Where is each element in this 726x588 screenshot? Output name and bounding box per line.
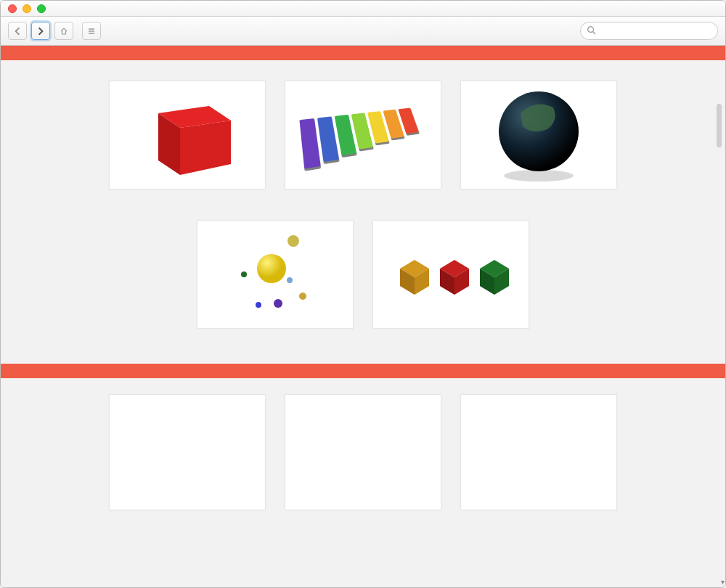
thumb-area-chart[interactable] [460, 394, 617, 510]
thumb-audio-spectrum[interactable] [285, 394, 441, 510]
home-button[interactable] [54, 22, 73, 40]
svg-point-7 [287, 235, 299, 247]
search-input[interactable] [600, 25, 711, 36]
fullscreen-icon[interactable] [37, 4, 46, 13]
search-field[interactable] [580, 22, 718, 40]
menu-button[interactable] [82, 22, 101, 40]
vertical-scrollbar[interactable] [714, 46, 724, 587]
svg-point-6 [257, 254, 286, 283]
tile-3d-box[interactable] [109, 81, 266, 198]
close-icon[interactable] [8, 4, 17, 13]
thumb-3d-sphere [460, 81, 617, 189]
svg-point-9 [287, 277, 293, 283]
svg-point-5 [499, 91, 579, 171]
section-header-graphics3d [1, 46, 725, 60]
toolbar [1, 17, 725, 46]
titlebar [1, 1, 725, 17]
scroll-corner-icon: ▾ [721, 578, 725, 586]
minimize-icon[interactable] [23, 4, 31, 13]
search-icon [587, 25, 596, 37]
graphics3d-grid [1, 60, 725, 364]
svg-marker-3 [180, 121, 231, 175]
content[interactable] [1, 46, 725, 587]
xylophone-icon [299, 107, 425, 168]
viewport: ▾ [1, 46, 725, 587]
svg-point-8 [241, 271, 247, 277]
tile-3d-sphere[interactable] [460, 81, 617, 198]
svg-point-12 [256, 302, 261, 308]
svg-point-0 [588, 26, 594, 32]
svg-point-4 [504, 170, 574, 181]
thumb-curve-chart[interactable] [109, 394, 266, 510]
window-controls [1, 4, 46, 13]
thumb-3d-box [109, 81, 266, 189]
section-header-charts [1, 364, 725, 378]
svg-point-11 [274, 299, 282, 308]
tile-3d-cubes[interactable] [372, 220, 529, 338]
charts-grid [1, 378, 725, 510]
tile-3d-sphere-system[interactable] [197, 220, 354, 338]
tile-xylophone[interactable] [285, 81, 441, 198]
thumb-xylophone [285, 81, 441, 189]
thumb-3d-sphere-system [197, 220, 354, 329]
forward-button[interactable] [31, 22, 50, 40]
thumb-3d-cubes [372, 220, 529, 329]
svg-point-10 [299, 293, 306, 300]
back-button[interactable] [8, 22, 27, 40]
